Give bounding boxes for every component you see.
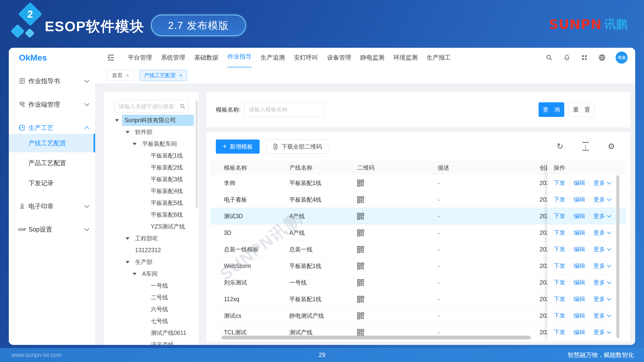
tree-node-label[interactable]: 二号线 [148, 292, 171, 303]
qr-code-icon[interactable] [357, 246, 364, 253]
search-icon[interactable] [179, 103, 186, 110]
caret-down-icon[interactable] [115, 119, 119, 122]
tree-node[interactable]: 测试产线0611 [104, 327, 195, 339]
qr-code-icon[interactable] [357, 263, 364, 269]
compress-icon[interactable] [580, 54, 588, 62]
more-link[interactable]: 更多 [593, 196, 611, 203]
more-link[interactable]: 更多 [593, 245, 611, 253]
more-link[interactable]: 更多 [593, 295, 611, 303]
tree-node-label[interactable]: 七号线 [148, 315, 171, 327]
template-name-input[interactable] [248, 103, 321, 117]
tree-node[interactable]: 平板装配4线 [104, 185, 195, 197]
topnav-item[interactable]: 作业指导 [227, 48, 252, 68]
more-link[interactable]: 更多 [593, 179, 611, 187]
send-link[interactable]: 下发 [554, 312, 565, 320]
qr-code-icon[interactable] [357, 230, 364, 236]
tree-node[interactable]: 13122312 [104, 244, 195, 256]
qr-code-icon[interactable] [357, 196, 364, 203]
tree-node[interactable]: YZS测试产线 [104, 221, 195, 233]
edit-link[interactable]: 编辑 [574, 312, 585, 320]
edit-link[interactable]: 编辑 [574, 245, 585, 253]
tree-node-label[interactable]: 平板装配6线 [148, 209, 185, 220]
tree-node-label[interactable]: 演示产线 [148, 339, 176, 345]
tree-node[interactable]: 七号线 [104, 315, 195, 327]
send-link[interactable]: 下发 [554, 245, 565, 253]
tree-node-label[interactable]: 六号线 [148, 304, 171, 315]
send-link[interactable]: 下发 [554, 196, 565, 203]
tree-node-label[interactable]: 13122312 [133, 245, 163, 255]
send-link[interactable]: 下发 [554, 229, 565, 237]
bell-icon[interactable] [563, 54, 571, 62]
caret-down-icon[interactable] [126, 237, 130, 240]
tree-node[interactable]: 生产部 [104, 256, 195, 268]
qr-code-icon[interactable] [357, 279, 364, 286]
close-icon[interactable]: × [179, 73, 182, 78]
sidebar-item-production-process[interactable]: 生产工艺 [9, 120, 95, 135]
tree-node[interactable]: 平板装配车间 [104, 138, 195, 150]
tree-node[interactable]: 平板装配1线 [104, 150, 195, 162]
topnav-item[interactable]: 静电监测 [360, 48, 384, 67]
close-icon[interactable]: × [126, 73, 129, 78]
edit-link[interactable]: 编辑 [574, 262, 585, 270]
more-link[interactable]: 更多 [593, 328, 611, 336]
sidebar-subitem-dispatch-records[interactable]: 下发记录 [9, 175, 95, 191]
more-link[interactable]: 更多 [593, 312, 611, 320]
tree-node-label[interactable]: 平板装配3线 [148, 174, 185, 185]
tree-node-label[interactable]: 平板装配1线 [148, 150, 185, 161]
tree-node[interactable]: 平板装配5线 [104, 197, 195, 209]
tree-node-label[interactable]: 软件部 [133, 126, 155, 138]
tree-node[interactable]: Sunpn科技有限公司 [104, 114, 195, 126]
tree-node[interactable]: 一号线 [104, 280, 195, 292]
tab-line-process-config[interactable]: 产线工艺配置 × [139, 70, 187, 81]
edit-link[interactable]: 编辑 [574, 229, 585, 237]
tree-node[interactable]: 二号线 [104, 292, 195, 303]
edit-link[interactable]: 编辑 [574, 212, 585, 220]
topnav-item[interactable]: 基础数据 [194, 48, 218, 67]
caret-down-icon[interactable] [133, 273, 137, 275]
horizontal-scrollbar[interactable] [221, 336, 531, 339]
tree-node-label[interactable]: Sunpn科技有限公司 [122, 115, 194, 126]
qr-code-icon[interactable] [357, 213, 364, 220]
tree-node-label[interactable]: YZS测试产线 [148, 221, 188, 232]
tree-node-label[interactable]: 生产部 [133, 256, 155, 268]
sidebar-item-terminal-management[interactable]: 作业端管理 [9, 97, 95, 112]
topnav-item[interactable]: 平台管理 [128, 48, 152, 67]
send-link[interactable]: 下发 [554, 279, 565, 286]
globe-icon[interactable] [598, 54, 606, 62]
tree-node[interactable]: 平板装配3线 [104, 173, 195, 185]
sidebar-item-electronic-seal[interactable]: 电子印章 [9, 199, 95, 214]
edit-link[interactable]: 编辑 [574, 279, 585, 286]
caret-down-icon[interactable] [126, 131, 130, 133]
sidebar-subitem-product-process-config[interactable]: 产品工艺配置 [9, 155, 95, 170]
more-link[interactable]: 更多 [593, 229, 611, 237]
edit-link[interactable]: 编辑 [574, 179, 585, 187]
tree-search-input[interactable] [118, 101, 177, 112]
tree-node[interactable]: 平板装配2线 [104, 162, 195, 173]
more-link[interactable]: 更多 [593, 262, 611, 270]
topnav-item[interactable]: 生产追溯 [261, 48, 285, 67]
sidebar-item-sop-settings[interactable]: SOP Sop设置 [9, 222, 95, 237]
qr-code-icon[interactable] [357, 312, 364, 319]
topnav-item[interactable]: 生产报工 [427, 48, 451, 67]
send-link[interactable]: 下发 [554, 328, 565, 336]
refresh-icon[interactable]: ↻ [556, 142, 564, 150]
caret-down-icon[interactable] [133, 143, 137, 145]
tree-node-label[interactable]: 测试产线0611 [148, 327, 189, 339]
topnav-item[interactable]: 设备管理 [327, 48, 351, 67]
user-avatar[interactable]: 考惠 [616, 52, 628, 64]
more-link[interactable]: 更多 [593, 279, 611, 286]
tree-scrollbar[interactable] [195, 101, 198, 209]
tree-node-label[interactable]: 平板装配2线 [148, 162, 185, 173]
tree-node-label[interactable]: 工程部IE [133, 233, 160, 244]
qr-code-icon[interactable] [357, 296, 364, 303]
qr-code-icon[interactable] [357, 329, 364, 336]
gear-icon[interactable]: ⚙ [607, 142, 616, 150]
tree-node[interactable]: 软件部 [104, 126, 195, 138]
vertical-scrollbar[interactable] [616, 175, 619, 338]
send-link[interactable]: 下发 [554, 295, 565, 303]
edit-link[interactable]: 编辑 [574, 295, 585, 303]
caret-down-icon[interactable] [126, 261, 130, 263]
tree-node[interactable]: 工程部IE [104, 233, 195, 244]
tree-node[interactable]: 平板装配6线 [104, 209, 195, 221]
send-link[interactable]: 下发 [554, 179, 565, 187]
